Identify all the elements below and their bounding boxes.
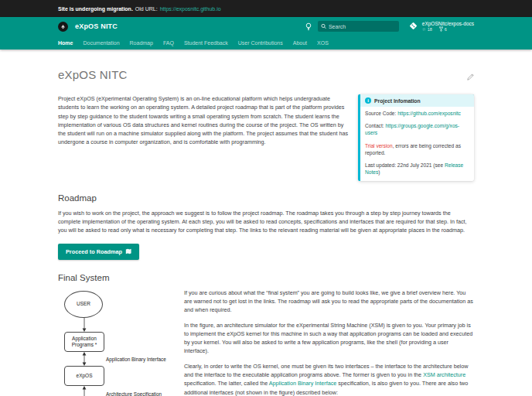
diagram-node-user: USER [64,291,103,318]
fork-icon [439,26,443,32]
map-icon [125,248,131,254]
main-content: eXpOS NITC Project eXpOS (eXperimental O… [0,50,532,396]
trial-version-text: Trial version [365,143,393,148]
banner-label: Old URL: [135,6,158,12]
tab-xos[interactable]: XOS [317,40,329,46]
trial-version-line: Trial version, errors are being correcte… [365,143,469,157]
last-updated-close: ) [378,169,380,175]
announcement-banner: Site is undergoing migration. Old URL: h… [0,0,532,17]
proceed-button-label: Proceed to Roadmap [66,248,122,255]
intro-paragraph: Project eXpOS (eXperimental Operating Sy… [58,94,350,147]
diagram-label-abi: Application Binary Interface [106,357,166,362]
infobox-title-row: i Project Infomation [360,94,474,107]
page-title: eXpOS NITC [58,68,128,81]
banner-old-url-link[interactable]: https://exposnitc.github.io [160,6,221,12]
final-system-p2: In the figure, an architecture simulator… [184,321,474,356]
star-icon: ☆ [422,27,426,32]
tab-roadmap[interactable]: Roadmap [130,40,153,46]
xsm-architecture-link[interactable]: XSM architecture [423,371,466,378]
tab-about[interactable]: About [293,40,307,46]
final-system-diagram: USER Application Programs * eXpOS XSM Ar… [58,288,178,396]
theme-toggle-bulb-icon[interactable] [305,22,313,31]
last-updated-line: Last updated: 22nd July 2021 (see Releas… [365,162,469,176]
tab-faq[interactable]: FAQ [163,40,174,46]
tab-student-feedback[interactable]: Student Feedback [184,40,228,46]
app-header: eXpOS NITC eXpOSNitc/expos-docs [0,17,532,50]
source-code-link[interactable]: https://github.com/exposnitc [397,111,461,116]
diagram-label-architecture-spec: Architecture Specification [106,391,162,396]
final-system-text: If you are curious about what the “final… [184,288,474,396]
site-title: eXpOS NITC [75,22,118,30]
search-input[interactable] [329,24,396,29]
roadmap-heading: Roadmap [58,193,474,203]
repo-source-link[interactable]: eXpOSNitc/expos-docs ☆ 18 6 [408,21,474,32]
search-icon [321,23,326,29]
diagram-node-expos: eXpOS [64,366,104,386]
final-system-p1: If you are curious about what the “final… [184,288,474,315]
site-logo-icon [58,22,68,32]
final-system-p3: Clearly, in order to write the OS kernel… [184,362,474,396]
source-code-label: Source Code: [365,111,397,116]
info-icon: i [365,97,371,104]
project-information-box: i Project Infomation Source Code: https:… [358,94,474,181]
search-box[interactable] [318,21,399,32]
proceed-to-roadmap-button[interactable]: Proceed to Roadmap [58,244,139,260]
banner-bold-text: Site is undergoing migration. [58,6,133,12]
git-diamond-icon [408,21,418,31]
final-system-heading: Final System [58,273,474,282]
contact-label: Contact: [365,123,385,128]
tab-user-contributions[interactable]: User Contributions [238,40,283,46]
repo-fork-count: 6 [445,27,447,32]
edit-page-icon[interactable] [467,70,474,84]
repo-star-count: 18 [428,27,432,32]
source-code-line: Source Code: https://github.com/exposnit… [365,111,469,118]
tab-documentation[interactable]: Documentation [83,40,119,46]
diagram-node-application-programs: Application Programs * [64,332,104,352]
tab-home[interactable]: Home [58,40,73,46]
roadmap-paragraph: If you wish to work on the project, the … [58,209,474,235]
last-updated-label: Last updated: 22nd July 2021 (see [365,162,445,168]
contact-line: Contact: https://groups.google.com/g/xos… [365,123,469,137]
repo-name: eXpOSNitc/expos-docs [422,21,474,27]
nav-tabs: Home Documentation Roadmap FAQ Student F… [0,36,532,50]
abi-link[interactable]: Application Binary Interface [269,380,337,387]
infobox-title: Project Infomation [374,98,421,104]
p3-text-2: specification. The latter, called the [184,380,269,387]
